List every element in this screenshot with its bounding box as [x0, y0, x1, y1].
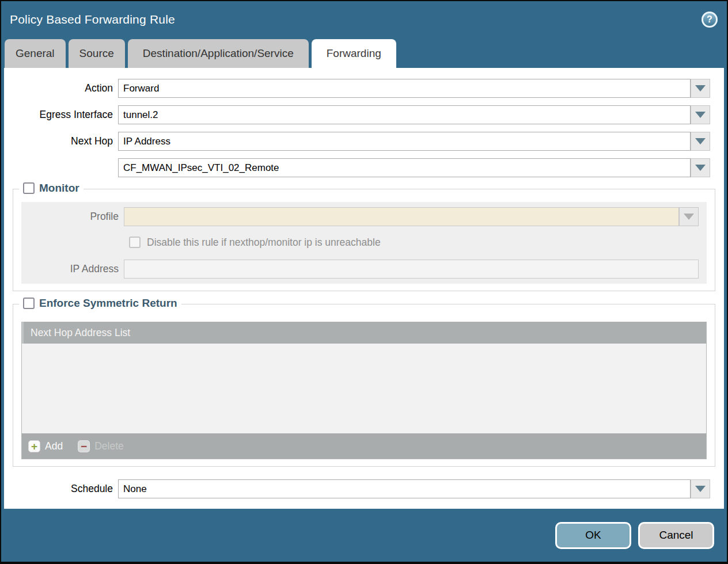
tab-source[interactable]: Source — [69, 39, 125, 68]
monitor-ip-address-label: IP Address — [29, 263, 124, 275]
next-hop-address-list-toolbar: + Add − Delete — [22, 433, 706, 459]
monitor-checkbox[interactable] — [23, 182, 35, 194]
next-hop-address-list-header: Next Hop Address List — [22, 322, 706, 344]
egress-interface-dropdown-button[interactable] — [691, 105, 710, 124]
next-hop-address-list-body — [22, 344, 706, 433]
chevron-down-icon — [695, 85, 706, 92]
add-button-label: Add — [45, 440, 63, 452]
monitor-legend: Monitor — [19, 182, 84, 195]
delete-button-label: Delete — [94, 440, 124, 452]
profile-select — [124, 207, 679, 226]
monitor-legend-label: Monitor — [39, 182, 79, 195]
egress-interface-select[interactable]: tunnel.2 — [118, 105, 691, 124]
enforce-symmetric-return-legend: Enforce Symmetric Return — [19, 297, 181, 310]
disable-rule-row: Disable this rule if nexthop/monitor ip … — [129, 235, 699, 249]
monitor-ip-address-input — [124, 260, 699, 279]
monitor-ip-address-row: IP Address — [29, 260, 699, 279]
forwarding-tab-panel: Action Forward Egress Interface tunnel.2… — [4, 68, 724, 509]
enforce-symmetric-return-group: Enforce Symmetric Return Next Hop Addres… — [13, 304, 715, 467]
profile-label: Profile — [29, 211, 124, 223]
next-hop-address-row: CF_MWAN_IPsec_VTI_02_Remote — [4, 158, 710, 177]
next-hop-address-list-table: Next Hop Address List + Add − Delete — [21, 322, 707, 459]
schedule-row: Schedule None — [4, 479, 710, 498]
cancel-button[interactable]: Cancel — [638, 522, 714, 549]
chevron-down-icon — [695, 486, 706, 492]
chevron-down-icon — [695, 112, 706, 118]
next-hop-address-dropdown-button[interactable] — [691, 158, 710, 177]
next-hop-label: Next Hop — [4, 135, 118, 147]
monitor-group: Monitor Profile Disable this rule if nex… — [13, 189, 715, 291]
chevron-down-icon — [695, 165, 706, 171]
next-hop-type-select[interactable]: IP Address — [118, 132, 691, 151]
dialog-titlebar: Policy Based Forwarding Rule ? — [1, 1, 727, 38]
monitor-panel: Profile Disable this rule if nexthop/mon… — [21, 202, 707, 284]
enforce-symmetric-return-legend-label: Enforce Symmetric Return — [39, 297, 177, 310]
next-hop-address-select[interactable]: CF_MWAN_IPsec_VTI_02_Remote — [118, 158, 691, 177]
action-label: Action — [4, 82, 118, 94]
tab-destination-application-service[interactable]: Destination/Application/Service — [128, 39, 309, 68]
schedule-label: Schedule — [4, 483, 118, 495]
help-icon[interactable]: ? — [702, 12, 718, 28]
dialog-title: Policy Based Forwarding Rule — [10, 13, 175, 26]
action-dropdown-button[interactable] — [691, 79, 710, 98]
chevron-down-icon — [695, 138, 706, 144]
disable-rule-label: Disable this rule if nexthop/monitor ip … — [147, 237, 381, 249]
dialog-footer: OK Cancel — [1, 509, 727, 562]
disable-rule-checkbox — [129, 237, 141, 248]
ok-button[interactable]: OK — [555, 522, 631, 549]
egress-interface-label: Egress Interface — [4, 109, 118, 121]
tab-bar: General Source Destination/Application/S… — [1, 38, 727, 68]
action-select[interactable]: Forward — [118, 79, 691, 98]
chevron-down-icon — [684, 214, 694, 220]
schedule-dropdown-button[interactable] — [691, 479, 710, 498]
tab-forwarding[interactable]: Forwarding — [312, 39, 396, 68]
profile-dropdown-button — [679, 207, 699, 226]
policy-based-forwarding-rule-dialog: Policy Based Forwarding Rule ? General S… — [0, 0, 728, 564]
next-hop-type-dropdown-button[interactable] — [691, 132, 710, 151]
delete-button: − Delete — [78, 440, 124, 452]
tab-general[interactable]: General — [5, 39, 66, 68]
plus-icon: + — [28, 440, 40, 452]
schedule-select[interactable]: None — [118, 479, 691, 498]
next-hop-row: Next Hop IP Address — [4, 132, 710, 151]
action-row: Action Forward — [4, 79, 710, 98]
add-button[interactable]: + Add — [28, 440, 63, 452]
egress-interface-row: Egress Interface tunnel.2 — [4, 105, 710, 124]
minus-icon: − — [78, 440, 90, 452]
dialog-frame: Policy Based Forwarding Rule ? General S… — [1, 1, 727, 562]
enforce-symmetric-return-checkbox[interactable] — [23, 298, 35, 309]
profile-row: Profile — [29, 207, 699, 226]
